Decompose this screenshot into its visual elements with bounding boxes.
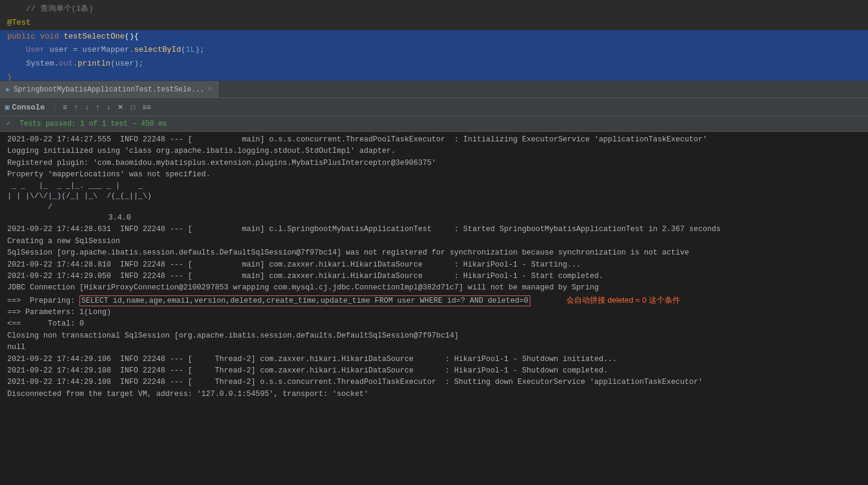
toolbar-expand-button[interactable]: □ — [128, 102, 137, 113]
console-line-version: 3.4.0 — [0, 212, 868, 224]
console-label: ▣Console — [5, 102, 45, 112]
code-line-close: } — [0, 71, 868, 81]
console-line-4: Property 'mapperLocations' was not speci… — [0, 169, 868, 181]
console-line-ascii3: / — [0, 202, 868, 213]
console-line-total: <== Total: 0 — [0, 318, 868, 330]
console-line-shutdown3: 2021-09-22 17:44:29.108 INFO 22248 --- [… — [0, 377, 868, 388]
tab-close-button[interactable]: × — [208, 86, 211, 93]
toolbar-move-down-button[interactable]: ↓ — [104, 102, 113, 113]
console-line-hikari2: 2021-09-22 17:44:29.050 INFO 22248 --- [… — [0, 271, 868, 282]
toolbar-settings-button[interactable]: ≡≡ — [140, 102, 153, 113]
console-line-sqlsession1: Creating a new SqlSession — [0, 236, 868, 247]
tab-bar: ▶ SpringbootMybatisApplicationTest.testS… — [0, 81, 868, 98]
console-line-1: 2021-09-22 17:44:27.555 INFO 22248 --- [… — [0, 134, 868, 146]
console-line-ascii2: | | |\/\/|_)(/_| |_\ /(_(_||_\) — [0, 191, 868, 202]
code-line-method: public void testSelectOne(){ — [0, 30, 868, 44]
test-status: Tests passed: 1 of 1 test – 450 ms — [6, 119, 167, 128]
tab-item[interactable]: ▶ SpringbootMybatisApplicationTest.testS… — [0, 81, 219, 97]
code-line-annotation: @Test — [0, 16, 868, 30]
console-line-shutdown1: 2021-09-22 17:44:29.106 INFO 22248 --- [… — [0, 354, 868, 365]
code-line-comment: // 查询单个(1条) — [0, 2, 868, 16]
code-line-body2: System.out.println(user); — [0, 57, 868, 71]
tab-icon: ▶ — [6, 85, 10, 93]
code-editor: // 查询单个(1条) @Test public void testSelect… — [0, 0, 868, 81]
code-line-body1: User user = userMapper.selectById(1L); — [0, 43, 868, 57]
status-text: Tests passed: 1 of 1 test – 450 ms — [19, 120, 167, 128]
status-bar: Tests passed: 1 of 1 test – 450 ms — [0, 116, 868, 132]
console-line-disconnected: Disconnected from the target VM, address… — [0, 389, 868, 400]
toolbar-move-up-button[interactable]: ↑ — [93, 102, 102, 113]
toolbar: ▣Console | ≡ ↑ ↓ ↑ ↓ ✕ □ ≡≡ — [0, 98, 868, 116]
toolbar-scroll-down-button[interactable]: ↓ — [82, 102, 91, 113]
console-output[interactable]: 2021-09-22 17:44:27.555 INFO 22248 --- [… — [0, 132, 868, 485]
console-line-params: ==> Parameters: 1(Long) — [0, 307, 868, 318]
console-line-3: Registered plugin: 'com.baomidou.mybatis… — [0, 158, 868, 169]
console-line-hikari1: 2021-09-22 17:44:28.810 INFO 22248 --- [… — [0, 259, 868, 271]
sql-query-highlight: SELECT id,name,age,email,version,deleted… — [79, 295, 530, 306]
console-line-started: 2021-09-22 17:44:28.631 INFO 22248 --- [… — [0, 224, 868, 235]
console-line-closing: Closing non transactional SqlSession [or… — [0, 330, 868, 342]
console-line-sqlsession2: SqlSession [org.apache.ibatis.session.de… — [0, 247, 868, 259]
toolbar-separator: | — [52, 102, 57, 111]
toolbar-close-button[interactable]: ✕ — [115, 102, 126, 113]
sql-annotation: 会自动拼接 deleted = 0 这个条件 — [566, 295, 680, 304]
tab-label: SpringbootMybatisApplicationTest.testSel… — [14, 85, 205, 94]
console-line-2: Logging initialized using 'class org.apa… — [0, 146, 868, 157]
toolbar-menu-button[interactable]: ≡ — [60, 102, 69, 113]
console-line-null: null — [0, 342, 868, 353]
console-line-shutdown2: 2021-09-22 17:44:29.108 INFO 22248 --- [… — [0, 365, 868, 377]
toolbar-scroll-up-button[interactable]: ↑ — [72, 102, 80, 113]
console-line-ascii1: _ _ |_ _ _|_. ___ _ | _ — [0, 181, 868, 192]
console-line-jdbc: JDBC Connection [HikariProxyConnection@2… — [0, 282, 868, 294]
console-line-sql-preparing: ==> Preparing: SELECT id,name,age,email,… — [0, 294, 868, 307]
